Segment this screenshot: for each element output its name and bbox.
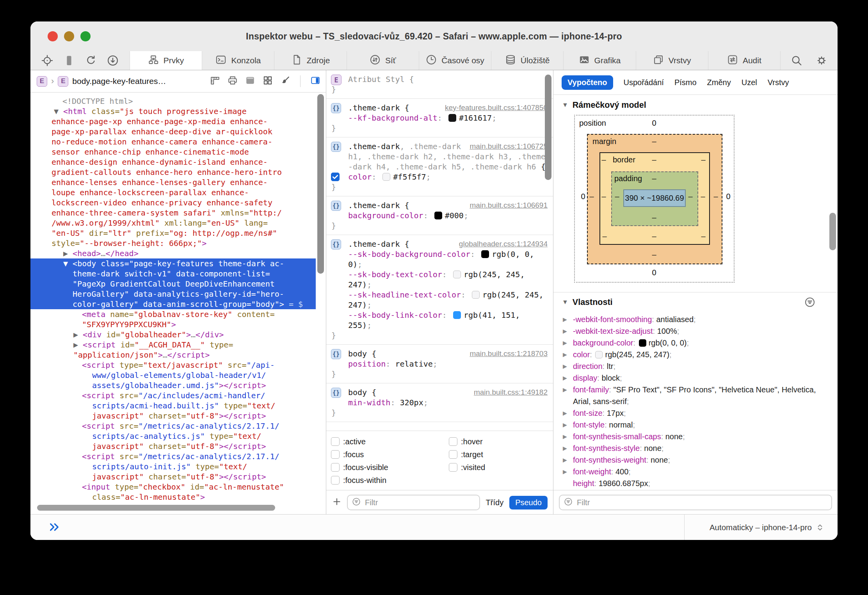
- toolbar-tab-network[interactable]: Síť: [347, 51, 419, 70]
- disclosure-triangle[interactable]: ▶: [563, 466, 567, 477]
- box-model-value[interactable]: –: [713, 192, 718, 201]
- minimize-window-button[interactable]: [64, 31, 74, 41]
- disclosure-triangle[interactable]: ▶: [563, 314, 567, 325]
- dom-node-line[interactable]: javascript" charset="utf-8"></script>: [30, 411, 316, 421]
- computed-property-row[interactable]: ▶font-style: normal;: [553, 419, 838, 431]
- dom-node-line[interactable]: scripts/acmi-head.built.js" type="text/: [30, 401, 316, 411]
- toolbar-tab-audit[interactable]: Audit: [708, 51, 780, 70]
- rule-selector[interactable]: .theme-dark {: [348, 103, 409, 112]
- dom-node-line[interactable]: enhance-page-xp enhance-page-xp-media en…: [30, 116, 316, 126]
- css-property[interactable]: --sk-headline-text-color: rgb(245, 245, …: [348, 290, 548, 310]
- device-mode-selector[interactable]: Automaticky – iphone-14-pro: [710, 515, 825, 540]
- computed-property-row[interactable]: ▶font-weight: 400;: [553, 466, 838, 477]
- computed-property-row[interactable]: ▶font-synthesis-small-caps: none;: [553, 431, 838, 442]
- disclosure-triangle[interactable]: ▶: [563, 337, 567, 349]
- css-property[interactable]: min-width: 320px;: [348, 397, 548, 408]
- color-swatch[interactable]: [453, 311, 461, 319]
- computed-property-row[interactable]: ▶direction: ltr;: [553, 360, 838, 372]
- pseudo-button[interactable]: Pseudo: [509, 496, 548, 509]
- dom-node-line[interactable]: sensor enhance-chip enhance-cinematic-mo…: [30, 147, 316, 157]
- box-model-value[interactable]: 0: [581, 192, 585, 201]
- disclosure-triangle[interactable]: ▶: [563, 431, 567, 442]
- box-model-section-header[interactable]: ▼ Rámečkový model: [553, 95, 838, 115]
- disclosure-triangle[interactable]: ▶: [563, 419, 567, 431]
- dom-node-line[interactable]: scripts/auto-init.js" type="text/: [30, 461, 316, 472]
- close-window-button[interactable]: [48, 31, 58, 41]
- details-tab-změny[interactable]: Změny: [707, 78, 731, 87]
- styles-scrollbar[interactable]: [545, 75, 551, 180]
- dom-node-line[interactable]: enhance-lenses enhance-lenses-gallery en…: [30, 177, 316, 187]
- dom-node-line[interactable]: <script src="/metrics/ac-analytics/2.17.…: [30, 421, 316, 431]
- details-filter-input[interactable]: [576, 498, 827, 508]
- box-model-value[interactable]: –: [615, 192, 619, 201]
- details-tab-písmo[interactable]: Písmo: [674, 78, 697, 87]
- computed-property-row[interactable]: ▶font-size: 17px;: [553, 407, 838, 419]
- dom-node-line[interactable]: "SFX9YPYY9PPXCU9KH">: [30, 319, 316, 330]
- dom-node-line[interactable]: assets/globalheader.umd.js"></script>: [30, 380, 316, 390]
- dom-node-selected[interactable]: ▼ <body class="page-key-features theme-d…: [30, 258, 316, 269]
- box-model-value[interactable]: –: [652, 232, 656, 241]
- box-model-value[interactable]: –: [652, 213, 656, 222]
- box-model-value[interactable]: –: [701, 232, 705, 241]
- details-tab-uzel[interactable]: Uzel: [742, 78, 757, 87]
- computed-property-row[interactable]: ▶-webkit-text-size-adjust: 100%;: [553, 325, 838, 337]
- quick-console-expand-icon[interactable]: [48, 521, 60, 533]
- pseudo-checkbox-visited[interactable]: [449, 463, 457, 472]
- computed-property-row[interactable]: ▶font-synthesis-weight: none;: [553, 454, 838, 466]
- dom-node-line[interactable]: javascript" charset="utf-8"></script>: [30, 472, 316, 482]
- rule-selector[interactable]: body {: [348, 349, 376, 358]
- dom-node-line[interactable]: class="ac-ln-menustate">: [30, 492, 316, 502]
- disclosure-triangle[interactable]: ▶: [563, 442, 567, 454]
- color-swatch[interactable]: [639, 339, 646, 347]
- dom-node-line[interactable]: ▼ <html class="js touch progressive-imag…: [30, 106, 316, 116]
- color-swatch[interactable]: [448, 114, 456, 122]
- properties-section-header[interactable]: ▼ Vlastnosti: [553, 292, 838, 312]
- element-badge-html[interactable]: E: [37, 76, 47, 87]
- stylesheet-link[interactable]: main.built.css:1:106725: [470, 141, 548, 151]
- toolbar-tab-graphics[interactable]: Grafika: [563, 51, 635, 70]
- dom-node-selected[interactable]: color-gallery" data-anim-scroll-group="b…: [30, 299, 316, 309]
- box-model-value[interactable]: –: [589, 192, 594, 201]
- box-model-value[interactable]: –: [652, 174, 656, 183]
- dom-node-line[interactable]: <meta name="globalnav-store-key" content…: [30, 309, 316, 319]
- dom-node-line[interactable]: javascript" charset="utf-8"></script>: [30, 441, 316, 451]
- dom-node-line[interactable]: ▶ <div id="globalheader">…</div>: [30, 330, 316, 340]
- dom-node-line[interactable]: <!DOCTYPE html>: [30, 96, 316, 106]
- dom-node-line[interactable]: scripts/ac-analytics.js" type="text/: [30, 431, 316, 441]
- box-model-value[interactable]: –: [652, 250, 656, 259]
- css-property[interactable]: color: #f5f5f7;: [348, 172, 548, 182]
- element-style-rule[interactable]: EAtribut Styl {}: [326, 70, 553, 99]
- styles-filter-input[interactable]: [364, 498, 475, 508]
- details-sidebar-toggle-icon[interactable]: [310, 75, 320, 87]
- color-swatch[interactable]: [382, 173, 390, 181]
- box-model-value[interactable]: –: [701, 192, 705, 201]
- screenshot-icon[interactable]: [245, 75, 255, 87]
- computed-property-row[interactable]: ▶font-synthesis-style: none;: [553, 442, 838, 454]
- dom-node-line[interactable]: <script src="/metrics/ac-analytics/2.17.…: [30, 451, 316, 461]
- pseudo-checkbox-focus-within[interactable]: [331, 476, 340, 485]
- css-property[interactable]: background-color: #000;: [348, 210, 548, 221]
- disclosure-triangle[interactable]: ▶: [563, 349, 567, 360]
- computed-property-row[interactable]: ▶display: block;: [553, 372, 838, 384]
- gear-icon[interactable]: [816, 55, 827, 66]
- toolbar-tab-console[interactable]: Konzola: [202, 51, 274, 70]
- rule-selector[interactable]: body {: [348, 388, 376, 397]
- dom-node-line[interactable]: <script src="/ac/includes/acmi-handler/: [30, 390, 316, 401]
- css-property[interactable]: --sk-body-text-color: rgb(245, 245, 247)…: [348, 269, 548, 290]
- new-rule-icon[interactable]: [332, 497, 342, 508]
- stylesheet-link[interactable]: main.built.css:1:49182: [474, 387, 548, 397]
- dom-horizontal-scrollbar[interactable]: [37, 505, 275, 511]
- rule-selector[interactable]: .theme-dark {: [348, 201, 409, 210]
- box-model-value[interactable]: –: [602, 232, 607, 241]
- dom-node-line[interactable]: ▶ <script id="__ACGH_DATA__" type=: [30, 340, 316, 350]
- stylesheet-link[interactable]: globalheader.css:1:124934: [459, 239, 548, 249]
- details-tab-vrstvy[interactable]: Vrstvy: [768, 78, 789, 87]
- details-filter-field[interactable]: [559, 495, 832, 510]
- dom-node-line[interactable]: enhance-three-camera-system safari" xmln…: [30, 208, 316, 218]
- color-swatch[interactable]: [595, 351, 603, 358]
- classes-button[interactable]: Třídy: [485, 498, 505, 507]
- dom-vertical-scrollbar[interactable]: [317, 94, 324, 274]
- device-mode-icon[interactable]: [63, 55, 75, 66]
- download-icon[interactable]: [107, 55, 119, 66]
- box-model-value[interactable]: 0: [652, 268, 656, 277]
